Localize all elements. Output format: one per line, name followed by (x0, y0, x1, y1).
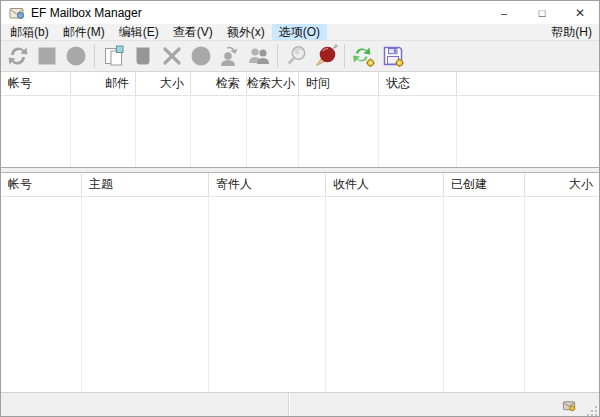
accounts-column-header-0[interactable]: 帐号 (1, 72, 71, 95)
accounts-pane: 帐号邮件大小检索检索大小时间状态 (1, 72, 599, 167)
accounts-column-header-5[interactable]: 时间 (299, 72, 379, 95)
menu-bar: 邮箱(b)邮件(M)编辑(E)查看(V)额外(x)选项(O) 帮助(H) (1, 24, 599, 40)
toolbar-stop-square-icon[interactable] (32, 42, 61, 70)
messages-column-area-3 (326, 197, 444, 392)
accounts-column-area-1 (71, 96, 136, 167)
messages-list-body[interactable] (1, 197, 599, 392)
toolbar-delete-x-icon[interactable] (157, 42, 186, 70)
messages-column-header-5[interactable]: 大小 (525, 173, 599, 196)
messages-pane: 帐号主题寄件人收件人已创建大小 (1, 173, 599, 392)
resize-grip-icon[interactable] (585, 404, 598, 417)
toolbar-separator (277, 44, 278, 68)
accounts-body-filler (457, 96, 599, 167)
toolbar (1, 40, 599, 72)
toolbar-user-forward-icon[interactable] (215, 42, 244, 70)
accounts-column-area-4 (247, 96, 299, 167)
accounts-column-header-4[interactable]: 检索大小 (247, 72, 299, 95)
accounts-header-filler (457, 72, 599, 95)
messages-column-header-4[interactable]: 已创建 (444, 173, 525, 196)
messages-column-header-0[interactable]: 帐号 (1, 173, 82, 196)
menu-item-5[interactable]: 选项(O) (272, 24, 327, 40)
messages-column-area-5 (525, 197, 599, 392)
minimize-button[interactable]: – (485, 1, 523, 24)
menu-item-2[interactable]: 编辑(E) (112, 24, 166, 40)
accounts-column-area-3 (191, 96, 247, 167)
messages-column-area-2 (209, 197, 326, 392)
accounts-column-area-0 (1, 96, 71, 167)
menu-item-3[interactable]: 查看(V) (166, 24, 220, 40)
accounts-column-header-1[interactable]: 邮件 (71, 72, 136, 95)
accounts-list-body[interactable] (1, 96, 599, 167)
accounts-column-area-6 (379, 96, 457, 167)
accounts-column-header-2[interactable]: 大小 (136, 72, 191, 95)
menu-item-4[interactable]: 额外(x) (220, 24, 272, 40)
toolbar-red-seal-icon[interactable] (311, 42, 340, 70)
toolbar-stop-circle-icon[interactable] (61, 42, 90, 70)
mail-status-icon (562, 398, 577, 413)
messages-column-area-0 (1, 197, 82, 392)
status-section-left (1, 393, 288, 417)
messages-column-area-1 (82, 197, 209, 392)
mail-app-icon (9, 5, 25, 21)
messages-header-row: 帐号主题寄件人收件人已创建大小 (1, 173, 599, 197)
toolbar-separator (94, 44, 95, 68)
messages-column-area-4 (444, 197, 525, 392)
toolbar-users-icon[interactable] (244, 42, 273, 70)
toolbar-search-icon[interactable] (282, 42, 311, 70)
menu-item-1[interactable]: 邮件(M) (56, 24, 112, 40)
toolbar-separator (344, 44, 345, 68)
accounts-column-area-5 (299, 96, 379, 167)
accounts-header-row: 帐号邮件大小检索检索大小时间状态 (1, 72, 599, 96)
toolbar-refresh-icon[interactable] (3, 42, 32, 70)
messages-column-header-1[interactable]: 主题 (82, 173, 209, 196)
title-bar: EF Mailbox Manager –□✕ (1, 1, 599, 24)
accounts-column-header-6[interactable]: 状态 (379, 72, 457, 95)
messages-column-header-3[interactable]: 收件人 (326, 173, 444, 196)
app-window: EF Mailbox Manager –□✕ 邮箱(b)邮件(M)编辑(E)查看… (0, 0, 600, 417)
maximize-button[interactable]: □ (523, 1, 561, 24)
menu-item-0[interactable]: 邮箱(b) (3, 24, 56, 40)
toolbar-circle-icon[interactable] (186, 42, 215, 70)
accounts-column-area-2 (136, 96, 191, 167)
menu-bar-right: 帮助(H) (544, 24, 599, 40)
caption-buttons: –□✕ (485, 1, 599, 24)
messages-column-header-2[interactable]: 寄件人 (209, 173, 326, 196)
menu-item-right-0[interactable]: 帮助(H) (544, 24, 599, 40)
close-button[interactable]: ✕ (561, 1, 599, 24)
toolbar-document-icon[interactable] (128, 42, 157, 70)
status-divider-highlight (289, 393, 290, 417)
toolbar-save-icon[interactable] (378, 42, 407, 70)
toolbar-copy-icon[interactable] (99, 42, 128, 70)
menu-bar-left: 邮箱(b)邮件(M)编辑(E)查看(V)额外(x)选项(O) (3, 24, 327, 40)
toolbar-sync-accounts-icon[interactable] (349, 42, 378, 70)
status-bar (1, 392, 599, 417)
accounts-column-header-3[interactable]: 检索 (191, 72, 247, 95)
window-title: EF Mailbox Manager (31, 6, 142, 20)
